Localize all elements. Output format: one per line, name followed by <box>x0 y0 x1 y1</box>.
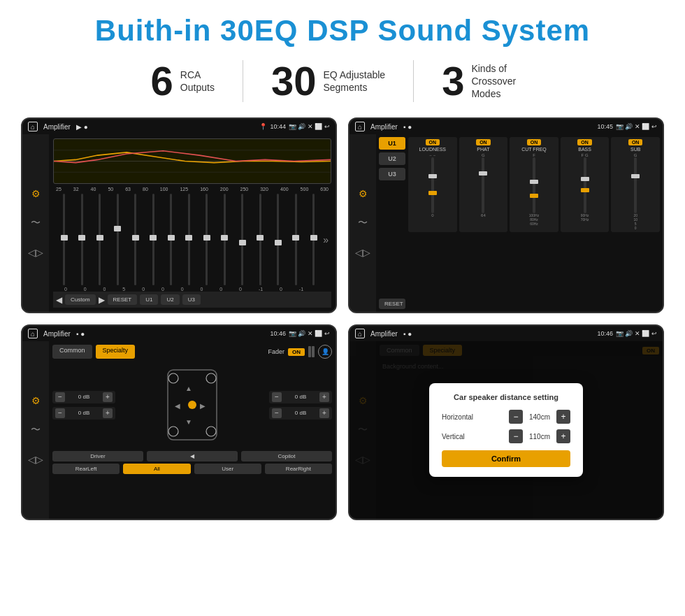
eq-prev-button[interactable]: ◀ <box>56 295 62 305</box>
eq-graph <box>53 138 331 184</box>
dialog-icons: 📷 🔊 ✕ ⬜ ↩ <box>616 330 657 337</box>
fader-speaker-area: − 0 dB + − 0 dB + <box>52 363 332 447</box>
fader-rl-plus[interactable]: + <box>103 408 113 418</box>
fader-mode-icons: ▪ ● <box>76 330 85 338</box>
eq-filter-icon[interactable]: ⚙ <box>27 185 44 202</box>
stat-crossover-number: 3 <box>442 61 464 101</box>
eq-next-button[interactable]: ▶ <box>99 295 105 305</box>
eq-slider-12[interactable] <box>252 194 268 285</box>
eq-u1-button[interactable]: U1 <box>140 294 158 305</box>
eq-slider-14[interactable] <box>287 194 303 285</box>
eq-slider-6[interactable] <box>145 194 161 285</box>
eq-next-icon[interactable]: » <box>323 234 329 245</box>
eq-slider-9[interactable] <box>199 194 215 285</box>
eq-slider-5[interactable] <box>127 194 143 285</box>
dialog-status-left: ⌂ Amplifier ▪ ● <box>355 329 412 338</box>
eq-u2-button[interactable]: U2 <box>161 294 179 305</box>
fader-rr-plus[interactable]: + <box>319 408 329 418</box>
stat-eq: 30 EQ AdjustableSegments <box>243 61 413 101</box>
eq-wave-icon[interactable]: 〜 <box>27 215 44 231</box>
fader-fl-value: 0 dB <box>67 394 101 400</box>
eq-slider-3[interactable] <box>92 194 108 285</box>
fader-fr-minus[interactable]: − <box>272 392 282 402</box>
phat-slider[interactable] <box>482 157 484 213</box>
fader-right-col: − 0 dB + − 0 dB + <box>269 391 332 420</box>
fader-all-button[interactable]: All <box>123 464 190 474</box>
fader-user-button[interactable]: User <box>194 464 261 474</box>
fader-rearright-button[interactable]: RearRight <box>265 464 332 474</box>
stat-crossover: 3 Kinds ofCrossover Modes <box>414 61 562 101</box>
dialog-horizontal-plus[interactable]: + <box>556 410 570 424</box>
dialog-horizontal-minus[interactable]: − <box>509 410 523 424</box>
eq-slider-1[interactable] <box>56 194 72 285</box>
eq-preset-label: Custom <box>65 294 96 305</box>
fader-fl-control: − 0 dB + <box>52 391 115 403</box>
loudness-slider[interactable] <box>431 157 434 213</box>
eq-slider-2[interactable] <box>73 194 89 285</box>
dialog-box: Car speaker distance setting Horizontal … <box>429 383 583 477</box>
svg-text:▲: ▲ <box>185 385 192 392</box>
fader-wave-icon[interactable]: 〜 <box>27 422 44 438</box>
dialog-home-icon[interactable]: ⌂ <box>355 329 365 338</box>
fader-rr-minus[interactable]: − <box>272 408 282 418</box>
fader-fr-plus[interactable]: + <box>319 392 329 402</box>
eq-u3-button[interactable]: U3 <box>182 294 201 305</box>
fader-rl-control: − 0 dB + <box>52 407 115 420</box>
crossover-u3-button[interactable]: U3 <box>379 168 405 180</box>
fader-rl-minus[interactable]: − <box>55 408 65 418</box>
speaker-diagram: ▲ ▼ ◀ ▶ <box>120 363 265 447</box>
crossover-time: 10:45 <box>597 123 613 130</box>
eq-slider-8[interactable] <box>180 194 196 285</box>
fader-vol-icon[interactable]: ◁▷ <box>27 451 44 468</box>
fader-arrow-left[interactable]: ◀ <box>147 451 238 461</box>
fader-home-icon[interactable]: ⌂ <box>28 329 38 338</box>
eq-slider-4[interactable] <box>109 194 125 285</box>
home-icon[interactable]: ⌂ <box>28 122 38 131</box>
crossover-u1-button[interactable]: U1 <box>379 137 405 150</box>
eq-status-left: ⌂ Amplifier ▶ ● <box>28 122 88 131</box>
fader-filter-icon[interactable]: ⚙ <box>27 392 44 409</box>
crossover-home-icon[interactable]: ⌂ <box>355 122 365 131</box>
eq-status-bar: ⌂ Amplifier ▶ ● 📍 10:44 📷 🔊 ✕ ⬜ ↩ <box>22 119 336 134</box>
fader-status-left: ⌂ Amplifier ▪ ● <box>28 329 85 338</box>
dialog-confirm-button[interactable]: Confirm <box>442 450 570 467</box>
eq-slider-15[interactable] <box>305 194 322 285</box>
fader-tab-specialty[interactable]: Specialty <box>96 345 136 359</box>
fader-rearleft-button[interactable]: RearLeft <box>52 464 120 474</box>
fader-rr-control: − 0 dB + <box>269 407 332 420</box>
fader-on-badge: ON <box>288 348 305 356</box>
eq-side-icons: ⚙ 〜 ◁▷ <box>22 134 49 312</box>
crossover-mode-icons: ▪ ● <box>403 123 412 131</box>
fader-bottom-buttons: Driver ◀ Copilot <box>52 451 332 461</box>
eq-app-name: Amplifier <box>43 123 71 131</box>
crossover-content: ⚙ 〜 ◁▷ U1 U2 U3 RESET ON <box>349 134 663 312</box>
eq-slider-7[interactable] <box>163 194 179 285</box>
eq-controls: ◀ Custom ▶ RESET U1 U2 U3 <box>53 292 331 308</box>
svg-point-7 <box>206 427 216 436</box>
dialog-vertical-plus[interactable]: + <box>556 429 570 443</box>
svg-point-8 <box>188 401 196 409</box>
cutfreq-slider[interactable] <box>533 157 535 213</box>
sub-slider[interactable] <box>634 157 637 213</box>
fader-fl-plus[interactable]: + <box>103 392 113 402</box>
crossover-wave-icon[interactable]: 〜 <box>354 215 371 231</box>
eq-slider-10[interactable] <box>216 194 232 285</box>
eq-slider-11[interactable] <box>234 194 250 285</box>
loudness-label: LOUDNESS <box>419 147 447 152</box>
eq-slider-13[interactable] <box>270 194 286 285</box>
crossover-filter-icon[interactable]: ⚙ <box>354 185 371 202</box>
bass-slider[interactable] <box>584 157 586 213</box>
dialog-vertical-minus[interactable]: − <box>509 429 523 443</box>
crossover-u2-button[interactable]: U2 <box>379 152 405 165</box>
fader-label: Fader <box>268 348 284 355</box>
crossover-vol-icon[interactable]: ◁▷ <box>354 244 371 261</box>
crossover-status-left: ⌂ Amplifier ▪ ● <box>355 122 412 131</box>
dialog-time: 10:46 <box>597 330 613 337</box>
fader-tab-common[interactable]: Common <box>52 345 92 359</box>
fader-fl-minus[interactable]: − <box>55 392 65 402</box>
crossover-reset-button[interactable]: RESET <box>379 299 405 309</box>
eq-reset-button[interactable]: RESET <box>108 294 138 305</box>
eq-vol-icon[interactable]: ◁▷ <box>27 244 44 261</box>
fader-copilot-button[interactable]: Copilot <box>241 451 332 461</box>
fader-driver-button[interactable]: Driver <box>52 451 143 461</box>
